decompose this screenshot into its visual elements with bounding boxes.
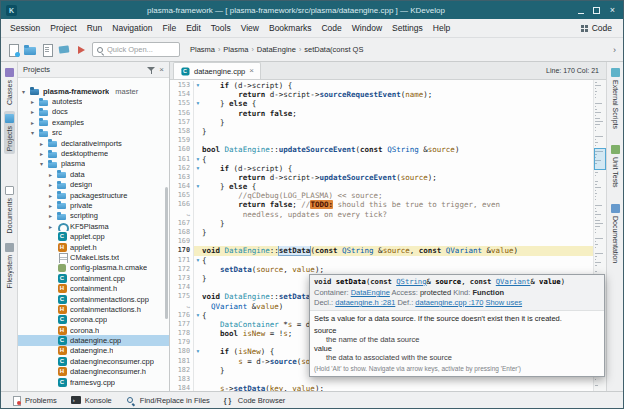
- tree-item-declarativeimports[interactable]: ▸declarativeimports: [18, 138, 169, 148]
- code-line[interactable]: 154 return d->script->sourceRequestEvent…: [170, 90, 593, 99]
- tree-item-plasma[interactable]: ▾plasma: [18, 159, 169, 169]
- toolview-button-find-replace-in-files[interactable]: Find/Replace in Files: [120, 395, 216, 406]
- expander-icon[interactable]: ▸: [47, 171, 54, 178]
- expander-icon[interactable]: ▸: [29, 98, 36, 105]
- fold-marker[interactable]: ▾: [194, 256, 202, 265]
- toolview-button-konsole[interactable]: Konsole: [65, 395, 118, 406]
- titlebar[interactable]: K plasma-framework — [ plasma-framework/…: [1, 1, 623, 19]
- minimize-button[interactable]: [575, 5, 586, 16]
- toolview-button-code-browser[interactable]: Code Browser: [218, 395, 292, 406]
- tooltip-link-qvariant[interactable]: QVariant: [496, 277, 531, 286]
- area-switcher-button[interactable]: Code: [574, 21, 619, 35]
- dock-tab-filesystem[interactable]: Filesystem: [4, 240, 15, 291]
- toolview-button-problems[interactable]: Problems: [5, 395, 63, 406]
- tag-icon[interactable]: [57, 43, 71, 57]
- expander-icon[interactable]: ▸: [29, 119, 36, 126]
- code-line[interactable]: 168}: [170, 228, 593, 237]
- tree-item-desktoptheme[interactable]: ▸desktoptheme: [18, 148, 169, 158]
- dock-tab-external-scripts[interactable]: External Scripts: [610, 65, 621, 132]
- minimap-view-indicator[interactable]: [594, 148, 606, 170]
- menu-navigation[interactable]: Navigation: [107, 21, 157, 35]
- menu-run[interactable]: Run: [82, 21, 108, 35]
- fold-marker[interactable]: ▾: [194, 99, 202, 108]
- dock-tab-classes[interactable]: Classes: [4, 65, 15, 108]
- code-line[interactable]: 157 }: [170, 118, 593, 127]
- tree-item-containmentactions-h[interactable]: containmentactions.h: [18, 304, 169, 314]
- fold-marker[interactable]: ▾: [194, 81, 202, 90]
- tree-item-containment-cpp[interactable]: containment.cpp: [18, 273, 169, 283]
- tree-item-dataengine-cpp[interactable]: dataengine.cpp: [18, 335, 169, 345]
- expander-icon[interactable]: ▸: [47, 181, 54, 188]
- code-line[interactable]: 167 }: [170, 219, 593, 228]
- tooltip-link-show-uses[interactable]: Show uses: [485, 298, 522, 307]
- breadcrumb-item-setdata-const-qs[interactable]: setData(const QS: [304, 45, 363, 54]
- code-line[interactable]: 165 //qCDebug(LOG_PLASMA) << source;: [170, 191, 593, 200]
- tree-item-kf5plasma[interactable]: ▸KF5Plasma: [18, 221, 169, 231]
- tree-item-corona-cpp[interactable]: corona.cpp: [18, 315, 169, 325]
- code-line[interactable]: 170void DataEngine::setData(const QStrin…: [170, 246, 593, 255]
- code-line[interactable]: 164▾ } else {: [170, 182, 593, 191]
- expander-icon[interactable]: ▾: [38, 160, 45, 167]
- fold-marker[interactable]: ▾: [194, 311, 202, 320]
- menu-settings[interactable]: Settings: [387, 21, 428, 35]
- menu-bookmarks[interactable]: Bookmarks: [264, 21, 317, 35]
- tree-item-plasma-framework[interactable]: ▾plasma-frameworkmaster: [18, 86, 169, 96]
- tree-item-packagestructure[interactable]: ▸packagestructure: [18, 190, 169, 200]
- code-line[interactable]: 155▾ } else {: [170, 99, 593, 108]
- tooltip-link-dataengine-h-281[interactable]: dataengine.h :281: [335, 298, 395, 307]
- breadcrumb-item-dataengine[interactable]: DataEngine: [257, 45, 296, 54]
- maximize-button[interactable]: [591, 5, 602, 16]
- tree-item-autotests[interactable]: ▸autotests: [18, 96, 169, 106]
- launch-icon[interactable]: [74, 43, 88, 57]
- expander-icon[interactable]: ▾: [29, 129, 36, 136]
- code-line[interactable]: 156 return false;: [170, 109, 593, 118]
- menu-edit[interactable]: Edit: [181, 21, 206, 35]
- code-line[interactable]: 153▾ if (d->script) {: [170, 81, 593, 90]
- new-file-icon[interactable]: [6, 43, 20, 57]
- menu-view[interactable]: View: [236, 21, 264, 35]
- tree-item-framesvg-cpp[interactable]: framesvg.cpp: [18, 377, 169, 387]
- code-line[interactable]: 161▾{: [170, 155, 593, 164]
- tooltip-link-qstring[interactable]: QString: [396, 277, 426, 286]
- tree-item-containmentactions-cpp[interactable]: containmentactions.cpp: [18, 294, 169, 304]
- expander-icon[interactable]: ▸: [47, 202, 54, 209]
- menu-tools[interactable]: Tools: [206, 21, 236, 35]
- dock-tab-projects[interactable]: Projects: [4, 111, 15, 154]
- quick-open-input[interactable]: Quick Open...: [92, 42, 180, 57]
- expander-icon[interactable]: ▸: [47, 212, 54, 219]
- chevron-right-icon[interactable]: ›: [611, 45, 618, 55]
- code-line[interactable]: 160bool DataEngine::updateSourceEvent(co…: [170, 145, 593, 154]
- tree-item-containment-h[interactable]: containment.h: [18, 283, 169, 293]
- filter-icon[interactable]: [147, 66, 155, 74]
- tree-item-dataengine-h[interactable]: dataengine.h: [18, 346, 169, 356]
- fold-marker[interactable]: ▾: [194, 155, 202, 164]
- dock-tab-documentation[interactable]: Documentation: [610, 201, 621, 266]
- tooltip-link-dataengine-cpp-170[interactable]: dataengine.cpp :170: [415, 298, 483, 307]
- fold-marker[interactable]: ▾: [194, 164, 202, 173]
- close-icon[interactable]: ×: [159, 66, 164, 74]
- tree-item-config-plasma-h-cmake[interactable]: config-plasma.h.cmake: [18, 263, 169, 273]
- tree-item-examples[interactable]: ▸examples: [18, 117, 169, 127]
- expander-icon[interactable]: ▸: [38, 140, 45, 147]
- tree-scrollbar[interactable]: [165, 187, 168, 319]
- tree-item-corona-h[interactable]: corona.h: [18, 325, 169, 335]
- code-line[interactable]: 184 s->setData(key, value);: [170, 384, 593, 391]
- document-icon[interactable]: [40, 43, 54, 57]
- tree-item-docs[interactable]: ▸docs: [18, 107, 169, 117]
- fold-marker[interactable]: ▾: [194, 182, 202, 191]
- editor-tab-dataengine[interactable]: dataengine.cpp ×: [173, 62, 261, 79]
- code-line[interactable]: 172 setData(source, value);: [170, 265, 593, 274]
- tree-item-dataengineconsumer-h[interactable]: dataengineconsumer.h: [18, 367, 169, 377]
- code-line[interactable]: 163 return d->script->updateSourceEvent(…: [170, 173, 593, 182]
- expander-icon[interactable]: ▾: [20, 88, 27, 95]
- menu-file[interactable]: File: [157, 21, 181, 35]
- dock-tab-unit-tests[interactable]: Unit Tests: [610, 142, 621, 191]
- tree-item-cmakelists-txt[interactable]: CMakeLists.txt: [18, 252, 169, 262]
- menu-session[interactable]: Session: [5, 21, 45, 35]
- fold-marker[interactable]: ▾: [194, 347, 202, 356]
- code-line[interactable]: 162▾ if (d->script) {: [170, 164, 593, 173]
- dock-tab-documents[interactable]: Documents: [4, 183, 15, 236]
- tree-item-scripting[interactable]: ▸scripting: [18, 211, 169, 221]
- code-line[interactable]: 159: [170, 136, 593, 145]
- menu-help[interactable]: Help: [428, 21, 455, 35]
